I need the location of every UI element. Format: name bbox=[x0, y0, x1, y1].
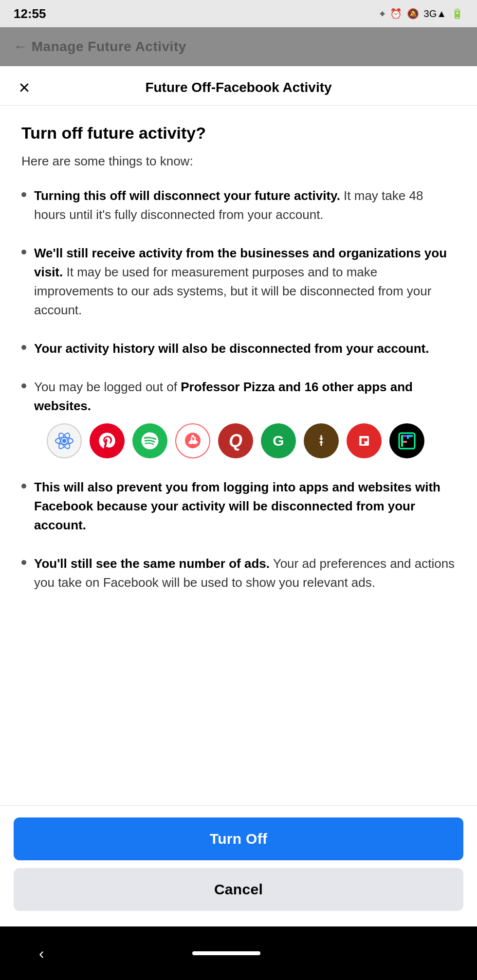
mute-icon: 🔕 bbox=[407, 8, 419, 19]
bullet-text: Turning this off will disconnect your fu… bbox=[34, 186, 456, 224]
app-icon-quora: Q bbox=[218, 423, 253, 458]
background-header-text: ← Manage Future Activity bbox=[14, 39, 186, 54]
bullet-item: You'll still see the same number of ads.… bbox=[21, 554, 456, 592]
bullet-item: Your activity history will also be disco… bbox=[21, 339, 456, 358]
home-pill[interactable] bbox=[192, 951, 260, 955]
bullet-text: We'll still receive activity from the bu… bbox=[34, 244, 456, 320]
svg-rect-15 bbox=[407, 435, 413, 437]
bullet-item: You may be logged out of Professor Pizza… bbox=[21, 378, 456, 458]
app-icon-pinterest bbox=[90, 423, 125, 458]
modal-footer: Turn Off Cancel bbox=[0, 805, 477, 926]
app-icon-grammarly: G bbox=[261, 423, 296, 458]
svg-rect-7 bbox=[362, 438, 365, 441]
alarm-icon: ⏰ bbox=[390, 8, 402, 19]
bullet-bold: Your activity history will also be disco… bbox=[34, 341, 429, 356]
bullet-dot bbox=[21, 345, 26, 350]
svg-rect-16 bbox=[407, 437, 409, 439]
bullet-dot bbox=[21, 560, 26, 565]
bullet-bold: Professor Pizza and 16 other apps and we… bbox=[34, 380, 413, 413]
app-icon-flipboard bbox=[347, 423, 382, 458]
bullet-bold: This will also prevent you from logging … bbox=[34, 480, 440, 532]
bullet-bold: You'll still see the same number of ads. bbox=[34, 556, 270, 571]
bullet-dot bbox=[21, 383, 26, 388]
modal-header: Future Off-Facebook Activity bbox=[0, 66, 477, 106]
modal-sheet: Future Off-Facebook Activity Turn off fu… bbox=[0, 66, 477, 926]
bullet-list: Turning this off will disconnect your fu… bbox=[21, 186, 456, 592]
app-icon-giphy bbox=[389, 423, 424, 458]
bullet-text: This will also prevent you from logging … bbox=[34, 478, 456, 535]
bullet-text: You'll still see the same number of ads.… bbox=[34, 554, 456, 592]
bullet-item: This will also prevent you from logging … bbox=[21, 478, 456, 535]
intro-text: Here are some things to know: bbox=[21, 152, 456, 171]
modal-content: Turn off future activity? Here are some … bbox=[0, 106, 477, 805]
status-icons: ⌖ ⏰ 🔕 3G▲ 🔋 bbox=[380, 8, 463, 19]
app-icon-spotify bbox=[132, 423, 167, 458]
status-time: 12:55 bbox=[14, 6, 46, 21]
app-icon-airbnb bbox=[175, 423, 210, 458]
modal-title: Future Off-Facebook Activity bbox=[145, 80, 331, 95]
cursor-icon: ⌖ bbox=[380, 8, 385, 19]
bullet-bold: We'll still receive activity from the bu… bbox=[34, 246, 447, 279]
signal-icon: 3G▲ bbox=[424, 8, 446, 19]
status-bar: 12:55 ⌖ ⏰ 🔕 3G▲ 🔋 bbox=[0, 0, 477, 27]
bullet-dot bbox=[21, 250, 26, 254]
bottom-nav: ‹ bbox=[0, 926, 477, 980]
bullet-item: We'll still receive activity from the bu… bbox=[21, 244, 456, 320]
section-title: Turn off future activity? bbox=[21, 123, 456, 143]
app-icons-row: Q G bbox=[47, 423, 456, 458]
svg-point-2 bbox=[62, 439, 66, 443]
battery-icon: 🔋 bbox=[451, 8, 463, 19]
bullet-dot bbox=[21, 192, 26, 197]
app-icon-linktree bbox=[304, 423, 339, 458]
svg-rect-8 bbox=[362, 441, 365, 444]
back-button[interactable]: ‹ bbox=[39, 944, 44, 962]
svg-rect-9 bbox=[365, 438, 367, 441]
bullet-text: Your activity history will also be disco… bbox=[34, 339, 429, 358]
svg-rect-13 bbox=[403, 441, 407, 443]
svg-rect-11 bbox=[401, 435, 403, 447]
turn-off-button[interactable]: Turn Off bbox=[14, 817, 463, 860]
close-button[interactable] bbox=[14, 77, 35, 98]
bullet-text: You may be logged out of Professor Pizza… bbox=[34, 378, 456, 458]
svg-rect-14 bbox=[405, 435, 407, 437]
background-header: ← Manage Future Activity bbox=[0, 27, 477, 66]
app-icon-atom bbox=[47, 423, 82, 458]
bullet-item: Turning this off will disconnect your fu… bbox=[21, 186, 456, 224]
bullet-bold: Turning this off will disconnect your fu… bbox=[34, 188, 340, 203]
cancel-button[interactable]: Cancel bbox=[14, 868, 463, 911]
bullet-dot bbox=[21, 484, 26, 489]
svg-rect-12 bbox=[403, 435, 405, 437]
